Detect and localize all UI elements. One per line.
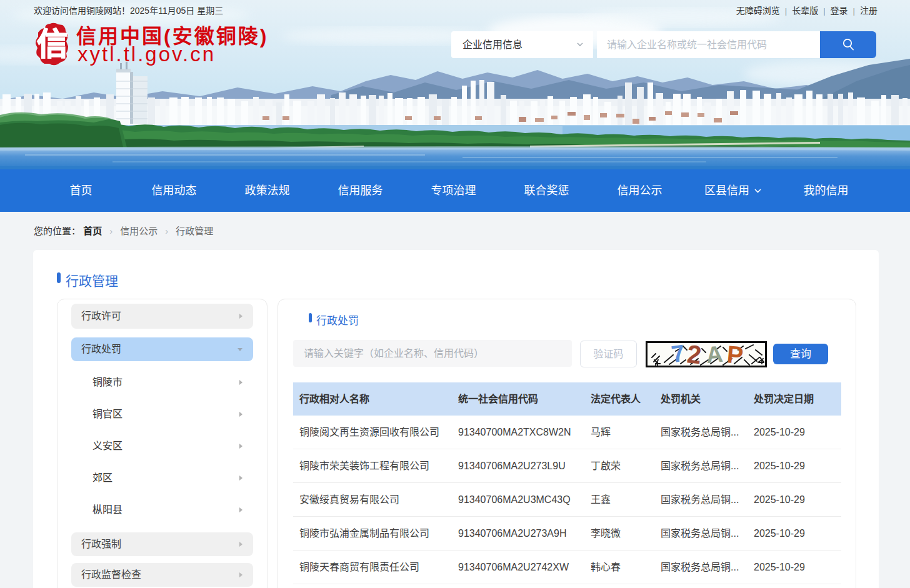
svg-text:2: 2 [686, 341, 702, 367]
svg-text:P: P [726, 341, 744, 367]
svg-text:信: 信 [37, 27, 68, 62]
svg-text:A: A [705, 341, 724, 367]
